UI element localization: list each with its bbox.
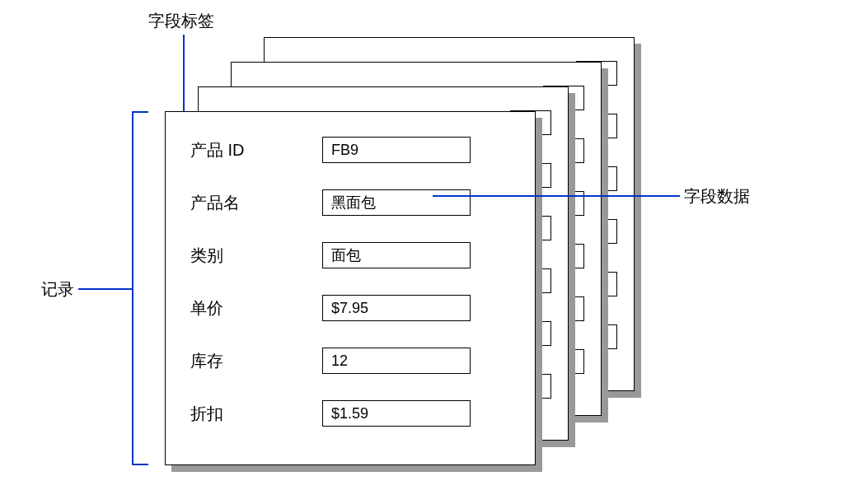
field-value-stock: 12: [322, 348, 471, 374]
record-bracket-bottom: [132, 464, 148, 465]
record-bracket-top: [132, 111, 148, 113]
field-row: 产品名 黑面包: [190, 188, 510, 217]
field-row: 类别 面包: [190, 240, 510, 270]
field-value-discount: $1.59: [322, 400, 471, 427]
record-line: [78, 288, 132, 290]
record-annotation: 记录: [41, 278, 74, 301]
field-label-category: 类别: [190, 245, 322, 267]
field-label-product-id: 产品 ID: [190, 139, 322, 161]
field-data-annotation: 字段数据: [684, 185, 750, 208]
field-row: 库存 12: [190, 346, 510, 376]
field-row: 折扣 $1.59: [190, 399, 510, 428]
field-data-line: [433, 195, 680, 197]
field-label-discount: 折扣: [190, 403, 322, 425]
field-row: 单价 $7.95: [190, 293, 510, 323]
field-value-product-id: FB9: [322, 137, 471, 163]
field-label-product-name: 产品名: [190, 192, 322, 214]
field-label-unit-price: 单价: [190, 297, 322, 320]
field-value-category: 面包: [322, 242, 471, 268]
record-bracket: [132, 111, 134, 465]
record-card-front: 产品 ID FB9 产品名 黑面包 类别 面包 单价 $7.95 库存 12 折…: [165, 111, 536, 465]
field-value-unit-price: $7.95: [322, 295, 471, 321]
field-label-annotation: 字段标签: [148, 10, 214, 32]
field-row: 产品 ID FB9: [190, 135, 510, 165]
field-label-stock: 库存: [190, 350, 322, 372]
field-value-product-name: 黑面包: [322, 189, 471, 216]
